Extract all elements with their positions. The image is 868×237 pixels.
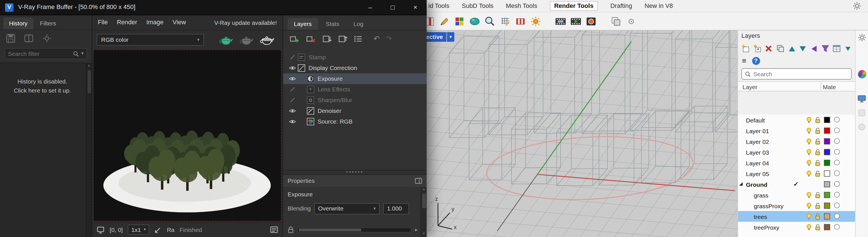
tab-drafting[interactable]: Drafting [610, 2, 632, 9]
layer-row-grass[interactable]: grass [738, 190, 855, 200]
gear-icon[interactable] [853, 2, 861, 10]
layer-row-default[interactable]: Default [738, 114, 855, 125]
layer-color-swatch[interactable] [824, 192, 830, 198]
new-layer-icon[interactable] [741, 44, 750, 53]
history-content[interactable]: History is disabled. Click here to set i… [0, 63, 92, 237]
display-monitor-icon[interactable] [857, 94, 867, 103]
lightbulb-icon[interactable] [806, 202, 812, 209]
material-circle[interactable] [834, 128, 840, 133]
scrollbar-handle[interactable] [299, 229, 361, 231]
lightbulb-icon[interactable] [806, 127, 812, 134]
opacity-field[interactable]: 1.000 [383, 203, 409, 214]
layer-row-lens-effects[interactable]: + Lens Effects [283, 84, 427, 95]
scroll-right-icon[interactable]: ▸ [415, 227, 417, 233]
search-caret-icon[interactable]: ▾ [82, 51, 84, 56]
layer-row-04[interactable]: Layer 04 [738, 158, 855, 168]
layers-search-box[interactable] [741, 68, 851, 79]
duplicate-layer-icon[interactable] [776, 44, 785, 53]
viewport-title-chip[interactable]: ective ▾ [423, 32, 454, 42]
lock-icon[interactable] [815, 224, 820, 231]
tab-log[interactable]: Log [347, 18, 370, 30]
filmstrip-play-icon[interactable] [569, 15, 582, 27]
menu-view[interactable]: View [173, 19, 186, 26]
scroll-up-icon[interactable]: ▲ [87, 63, 92, 69]
help-icon[interactable]: ? [752, 57, 760, 65]
material-circle[interactable] [834, 192, 840, 198]
gear-icon[interactable] [857, 33, 867, 42]
panel-tab-icon[interactable] [857, 108, 867, 117]
layer-row-sharpen-blur[interactable]: Sharpen/Blur [283, 95, 427, 105]
ra-label[interactable]: Ra [167, 226, 175, 233]
sun-icon[interactable] [529, 15, 542, 27]
lightbulb-icon[interactable] [806, 160, 812, 166]
history-search-box[interactable]: ▾ [4, 48, 87, 59]
material-circle[interactable] [834, 149, 840, 155]
render-canvas[interactable] [93, 50, 281, 221]
lock-icon[interactable] [815, 192, 820, 198]
tab-layers[interactable]: Layers [288, 18, 318, 30]
material-circle[interactable] [834, 203, 840, 208]
close-button[interactable]: × [404, 0, 427, 15]
save-to-history-icon[interactable] [6, 33, 16, 43]
delete-layer-icon[interactable] [765, 44, 773, 53]
lock-icon[interactable] [815, 116, 820, 123]
maximize-button[interactable]: □ [381, 0, 404, 15]
tab-subd-tools[interactable]: SubD Tools [462, 2, 493, 9]
panel-splitter[interactable]: •••••• [283, 170, 427, 175]
color-palette-icon[interactable] [453, 15, 466, 27]
lock-icon[interactable] [815, 149, 820, 156]
layer-color-swatch[interactable] [824, 203, 830, 209]
layer-color-swatch[interactable] [824, 117, 830, 123]
layer-color-swatch[interactable] [824, 149, 830, 155]
material-circle[interactable] [834, 160, 840, 165]
dock-panel-icon[interactable] [415, 178, 422, 184]
lock-properties-icon[interactable] [288, 226, 294, 234]
layer-color-swatch[interactable] [824, 224, 830, 230]
save-preset-icon[interactable] [322, 34, 332, 43]
pan-corner-icon[interactable] [155, 226, 162, 233]
material-circle[interactable] [834, 224, 840, 230]
visibility-on-icon[interactable] [286, 76, 298, 81]
horizontal-scrollbar[interactable] [297, 228, 412, 233]
layer-color-swatch[interactable] [824, 170, 830, 177]
load-preset-icon[interactable] [338, 34, 347, 43]
layers-search-input[interactable] [753, 71, 848, 77]
layer-row-02[interactable]: Layer 02 [738, 136, 855, 147]
render-last-teapot-icon[interactable] [239, 34, 254, 45]
ab-compare-icon[interactable] [24, 33, 34, 43]
pencil-icon[interactable] [438, 15, 451, 27]
layer-row-ground[interactable]: ◢ Ground ✓ [738, 179, 855, 190]
menu-file[interactable]: File [98, 19, 107, 26]
history-scrollbar[interactable]: ▲ [86, 63, 92, 237]
material-circle[interactable] [834, 117, 840, 123]
unnest-left-icon[interactable] [810, 44, 818, 53]
lightbulb-icon[interactable] [806, 213, 812, 220]
tab-stats[interactable]: Stats [319, 18, 346, 30]
tab-mesh-tools[interactable]: Mesh Tools [506, 2, 537, 9]
render-sphere-icon[interactable] [857, 69, 867, 79]
layer-row-denoiser[interactable]: Denoiser [283, 105, 427, 116]
visibility-off-icon[interactable] [286, 54, 298, 60]
menu-render[interactable]: Render [117, 19, 137, 26]
add-layer-icon[interactable] [289, 34, 300, 43]
layer-row-01[interactable]: Layer 01 [738, 125, 855, 136]
tab-filters[interactable]: Filters [34, 18, 62, 29]
vfb-title-bar[interactable]: V V-Ray Frame Buffer - [50.0% of 800 x 4… [0, 0, 427, 15]
tab-new-in-v8[interactable]: New in V8 [645, 2, 673, 9]
move-down-icon[interactable] [799, 44, 807, 53]
history-disabled-message[interactable]: History is disabled. Click here to set i… [0, 77, 85, 95]
lock-icon[interactable] [815, 127, 820, 134]
pixel-probe-icon[interactable] [97, 226, 104, 233]
scrollbar-handle[interactable] [422, 194, 426, 208]
scroll-down-icon[interactable]: ▼ [421, 231, 427, 237]
menu-image[interactable]: Image [146, 19, 164, 26]
channel-select[interactable]: RGB color ▾ [97, 34, 204, 46]
layer-row-05[interactable]: Layer 05 [738, 168, 855, 179]
minimize-button[interactable]: – [359, 0, 381, 15]
lock-icon[interactable] [815, 160, 820, 166]
layer-color-swatch[interactable] [824, 160, 830, 166]
hamburger-menu-icon[interactable]: ≡ [742, 57, 746, 65]
visibility-on-icon[interactable] [286, 108, 298, 113]
layer-row-source-rgb[interactable]: Source: RGB [283, 116, 427, 127]
layer-row-03[interactable]: Layer 03 [738, 147, 855, 158]
